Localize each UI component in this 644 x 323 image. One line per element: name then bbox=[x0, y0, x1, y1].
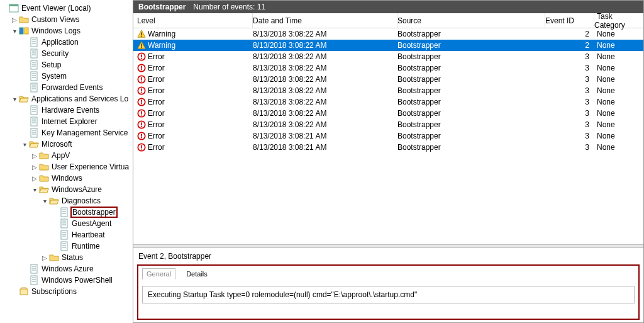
tree-ms-windows[interactable]: ▷Windows bbox=[30, 173, 133, 184]
event-row[interactable]: Error8/13/2018 3:08:22 AMBootstrapper3No… bbox=[133, 96, 643, 108]
event-task: None bbox=[594, 98, 643, 106]
col-header-date[interactable]: Date and Time bbox=[253, 13, 397, 28]
tree-bootstrapper[interactable]: Bootstrapper bbox=[50, 207, 133, 218]
detail-title: Event 2, Bootstrapper bbox=[133, 248, 643, 264]
event-source: Bootstrapper bbox=[397, 98, 545, 106]
event-row[interactable]: Error8/13/2018 3:08:21 AMBootstrapper3No… bbox=[133, 130, 643, 142]
expand-icon[interactable]: ▷ bbox=[10, 16, 19, 23]
folder-open-icon bbox=[29, 139, 39, 149]
log-icon bbox=[29, 264, 39, 274]
event-row[interactable]: Error8/13/2018 3:08:22 AMBootstrapper3No… bbox=[133, 62, 643, 74]
event-date: 8/13/2018 3:08:22 AM bbox=[253, 64, 397, 72]
log-icon bbox=[29, 116, 39, 127]
folder-open-icon bbox=[49, 196, 59, 206]
collapse-icon[interactable]: ▾ bbox=[10, 28, 19, 35]
event-source: Bootstrapper bbox=[397, 132, 545, 140]
col-header-event-id[interactable]: Event ID bbox=[545, 13, 594, 28]
event-source: Bootstrapper bbox=[397, 86, 545, 95]
tree-windows-logs[interactable]: ▾Windows Logs bbox=[10, 25, 133, 37]
event-level: Error bbox=[148, 143, 165, 152]
event-row[interactable]: Error8/13/2018 3:08:22 AMBootstrapper3No… bbox=[133, 119, 643, 130]
tree-subscriptions[interactable]: Subscriptions bbox=[10, 286, 133, 297]
col-header-task[interactable]: Task Category bbox=[594, 12, 643, 30]
error-icon bbox=[137, 75, 146, 84]
tree-appv[interactable]: ▷AppV bbox=[30, 150, 133, 161]
event-id: 3 bbox=[545, 86, 594, 95]
event-task: None bbox=[594, 64, 643, 72]
expand-icon[interactable]: ▷ bbox=[40, 254, 49, 261]
event-id: 3 bbox=[545, 98, 594, 106]
tree-apps-services[interactable]: ▾Applications and Services Lo bbox=[10, 93, 133, 105]
event-level: Error bbox=[148, 98, 165, 106]
event-date: 8/13/2018 3:08:22 AM bbox=[253, 98, 397, 106]
event-row[interactable]: Error8/13/2018 3:08:22 AMBootstrapper3No… bbox=[133, 74, 643, 85]
event-task: None bbox=[594, 120, 643, 129]
event-date: 8/13/2018 3:08:22 AM bbox=[253, 109, 397, 118]
collapse-icon[interactable]: ▾ bbox=[30, 186, 39, 193]
tree-windows-powershell[interactable]: Windows PowerShell bbox=[20, 275, 133, 286]
error-icon bbox=[137, 143, 146, 152]
tree-status[interactable]: ▷Status bbox=[40, 252, 133, 263]
collapse-icon[interactable]: ▾ bbox=[10, 96, 19, 103]
tree-runtime[interactable]: Runtime bbox=[50, 241, 133, 252]
event-list[interactable]: Warning8/13/2018 3:08:22 AMBootstrapper2… bbox=[133, 28, 643, 244]
event-row[interactable]: Warning8/13/2018 3:08:22 AMBootstrapper2… bbox=[133, 28, 643, 40]
tree-windows-azure[interactable]: Windows Azure bbox=[20, 263, 133, 275]
expand-icon[interactable]: ▷ bbox=[30, 164, 39, 171]
event-level: Error bbox=[148, 86, 165, 95]
folder-icon bbox=[19, 14, 29, 25]
col-header-source[interactable]: Source bbox=[397, 13, 545, 28]
folder-icon bbox=[39, 173, 49, 183]
event-date: 8/13/2018 3:08:22 AM bbox=[253, 86, 397, 95]
event-row[interactable]: Error8/13/2018 3:08:22 AMBootstrapper3No… bbox=[133, 51, 643, 62]
event-task: None bbox=[594, 41, 643, 50]
tree-windowsazure[interactable]: ▾WindowsAzure bbox=[30, 184, 133, 195]
folder-icon bbox=[49, 252, 59, 263]
event-date: 8/13/2018 3:08:22 AM bbox=[253, 120, 397, 129]
col-header-level[interactable]: Level bbox=[133, 13, 253, 28]
tree-log-security[interactable]: Security bbox=[20, 48, 133, 59]
event-source: Bootstrapper bbox=[397, 109, 545, 118]
tree-microsoft[interactable]: ▾Microsoft bbox=[20, 139, 133, 150]
tab-general[interactable]: General bbox=[142, 268, 175, 280]
event-date: 8/13/2018 3:08:22 AM bbox=[253, 52, 397, 61]
event-id: 3 bbox=[545, 64, 594, 72]
tree-custom-views[interactable]: ▷Custom Views bbox=[10, 14, 133, 25]
log-icon bbox=[59, 241, 69, 251]
event-source: Bootstrapper bbox=[397, 41, 545, 50]
log-icon bbox=[29, 128, 39, 138]
tree-internet-explorer[interactable]: Internet Explorer bbox=[20, 116, 133, 127]
tree-guestagent[interactable]: GuestAgent bbox=[50, 218, 133, 229]
tree-log-application[interactable]: Application bbox=[20, 37, 133, 48]
log-icon bbox=[29, 71, 39, 81]
log-name: Bootstrapper bbox=[138, 3, 186, 11]
expand-icon[interactable]: ▷ bbox=[30, 175, 39, 182]
tree-log-forwarded[interactable]: Forwarded Events bbox=[20, 82, 133, 93]
collapse-icon[interactable]: ▾ bbox=[40, 198, 49, 205]
event-row[interactable]: Error8/13/2018 3:08:22 AMBootstrapper3No… bbox=[133, 108, 643, 119]
event-row[interactable]: Error8/13/2018 3:08:22 AMBootstrapper3No… bbox=[133, 85, 643, 96]
tab-details[interactable]: Details bbox=[182, 268, 212, 280]
tree-uev[interactable]: ▷User Experience Virtua bbox=[30, 161, 133, 173]
detail-highlight-box: General Details Executing Startup Task t… bbox=[137, 264, 640, 320]
content-title-bar: Bootstrapper Number of events: 11 bbox=[133, 1, 643, 13]
event-level: Error bbox=[148, 109, 165, 118]
tree-root[interactable]: Event Viewer (Local) bbox=[0, 3, 133, 14]
tree-heartbeat[interactable]: Heartbeat bbox=[50, 229, 133, 241]
event-task: None bbox=[594, 30, 643, 38]
event-row[interactable]: Warning8/13/2018 3:08:22 AMBootstrapper2… bbox=[133, 40, 643, 51]
folder-icon bbox=[39, 150, 49, 161]
tree-hardware-events[interactable]: Hardware Events bbox=[20, 105, 133, 116]
event-id: 3 bbox=[545, 52, 594, 61]
folder-icon bbox=[39, 162, 49, 172]
tree-diagnostics[interactable]: ▾Diagnostics bbox=[40, 195, 133, 207]
event-row[interactable]: Error8/13/2018 3:08:21 AMBootstrapper3No… bbox=[133, 142, 643, 153]
expand-icon[interactable]: ▷ bbox=[30, 152, 39, 159]
tree-kms[interactable]: Key Management Service bbox=[20, 127, 133, 139]
event-id: 3 bbox=[545, 109, 594, 118]
tree-log-setup[interactable]: Setup bbox=[20, 59, 133, 71]
event-id: 3 bbox=[545, 75, 594, 84]
log-icon bbox=[29, 37, 39, 47]
collapse-icon[interactable]: ▾ bbox=[20, 141, 29, 148]
tree-log-system[interactable]: System bbox=[20, 71, 133, 82]
